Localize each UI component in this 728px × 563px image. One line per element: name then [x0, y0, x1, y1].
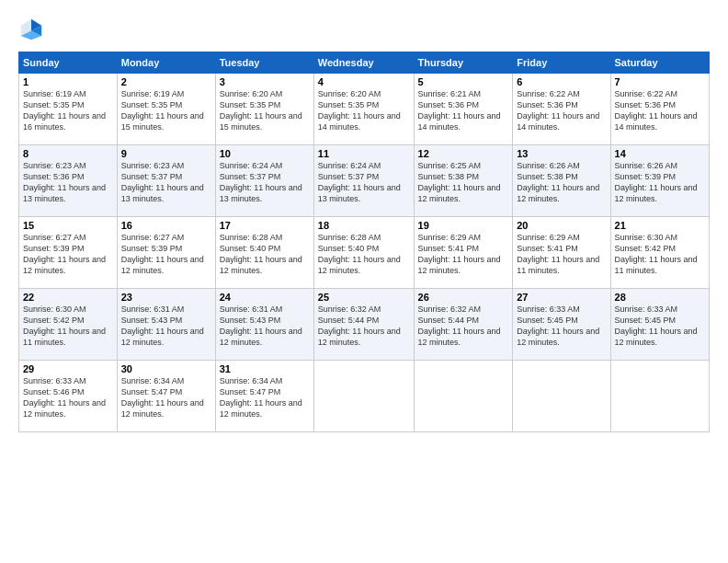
calendar-cell: 24Sunrise: 6:31 AM Sunset: 5:43 PM Dayli… [215, 289, 313, 361]
day-number: 28 [615, 292, 705, 303]
day-info: Sunrise: 6:31 AM Sunset: 5:43 PM Dayligh… [220, 304, 310, 349]
day-info: Sunrise: 6:23 AM Sunset: 5:36 PM Dayligh… [23, 160, 113, 205]
day-info: Sunrise: 6:28 AM Sunset: 5:40 PM Dayligh… [318, 232, 410, 277]
day-number: 24 [220, 292, 310, 303]
day-number: 7 [615, 76, 705, 87]
calendar-cell: 12Sunrise: 6:25 AM Sunset: 5:38 PM Dayli… [414, 145, 513, 217]
day-number: 1 [23, 76, 113, 87]
calendar-cell: 13Sunrise: 6:26 AM Sunset: 5:38 PM Dayli… [513, 145, 610, 217]
day-number: 14 [615, 148, 705, 159]
header [18, 17, 710, 42]
calendar-cell: 15Sunrise: 6:27 AM Sunset: 5:39 PM Dayli… [19, 217, 118, 289]
calendar-week-row: 15Sunrise: 6:27 AM Sunset: 5:39 PM Dayli… [19, 217, 710, 289]
day-info: Sunrise: 6:19 AM Sunset: 5:35 PM Dayligh… [23, 88, 113, 133]
day-number: 2 [121, 76, 211, 87]
day-number: 23 [121, 292, 211, 303]
day-header-wednesday: Wednesday [313, 52, 414, 74]
calendar-cell: 16Sunrise: 6:27 AM Sunset: 5:39 PM Dayli… [117, 217, 215, 289]
day-info: Sunrise: 6:31 AM Sunset: 5:43 PM Dayligh… [121, 304, 211, 349]
day-info: Sunrise: 6:26 AM Sunset: 5:38 PM Dayligh… [517, 160, 606, 205]
day-info: Sunrise: 6:30 AM Sunset: 5:42 PM Dayligh… [615, 232, 705, 277]
day-header-friday: Friday [513, 52, 610, 74]
day-number: 4 [318, 76, 410, 87]
day-info: Sunrise: 6:30 AM Sunset: 5:42 PM Dayligh… [23, 304, 113, 349]
day-info: Sunrise: 6:33 AM Sunset: 5:45 PM Dayligh… [615, 304, 705, 349]
day-number: 12 [418, 148, 509, 159]
day-info: Sunrise: 6:29 AM Sunset: 5:41 PM Dayligh… [517, 232, 606, 277]
page: SundayMondayTuesdayWednesdayThursdayFrid… [0, 0, 728, 563]
day-number: 21 [615, 220, 705, 231]
logo-icon [18, 17, 44, 42]
day-number: 9 [121, 148, 211, 159]
logo [18, 17, 48, 42]
calendar-cell: 9Sunrise: 6:23 AM Sunset: 5:37 PM Daylig… [117, 145, 215, 217]
day-info: Sunrise: 6:34 AM Sunset: 5:47 PM Dayligh… [220, 375, 310, 420]
day-info: Sunrise: 6:20 AM Sunset: 5:35 PM Dayligh… [220, 88, 310, 133]
day-number: 29 [23, 363, 113, 374]
day-info: Sunrise: 6:22 AM Sunset: 5:36 PM Dayligh… [615, 88, 705, 133]
day-number: 26 [418, 292, 509, 303]
calendar-cell: 2Sunrise: 6:19 AM Sunset: 5:35 PM Daylig… [117, 74, 215, 145]
day-number: 13 [517, 148, 606, 159]
calendar-cell: 30Sunrise: 6:34 AM Sunset: 5:47 PM Dayli… [117, 361, 215, 432]
day-info: Sunrise: 6:23 AM Sunset: 5:37 PM Dayligh… [121, 160, 211, 205]
calendar-table: SundayMondayTuesdayWednesdayThursdayFrid… [18, 52, 710, 432]
day-number: 15 [23, 220, 113, 231]
calendar-week-row: 29Sunrise: 6:33 AM Sunset: 5:46 PM Dayli… [19, 361, 710, 432]
calendar-cell: 14Sunrise: 6:26 AM Sunset: 5:39 PM Dayli… [610, 145, 709, 217]
day-number: 16 [121, 220, 211, 231]
day-info: Sunrise: 6:20 AM Sunset: 5:35 PM Dayligh… [318, 88, 410, 133]
calendar-cell: 23Sunrise: 6:31 AM Sunset: 5:43 PM Dayli… [117, 289, 215, 361]
day-number: 3 [220, 76, 310, 87]
calendar-cell: 6Sunrise: 6:22 AM Sunset: 5:36 PM Daylig… [513, 74, 610, 145]
day-header-thursday: Thursday [414, 52, 513, 74]
day-info: Sunrise: 6:27 AM Sunset: 5:39 PM Dayligh… [23, 232, 113, 277]
calendar-cell: 18Sunrise: 6:28 AM Sunset: 5:40 PM Dayli… [313, 217, 414, 289]
day-number: 20 [517, 220, 606, 231]
calendar-cell: 28Sunrise: 6:33 AM Sunset: 5:45 PM Dayli… [610, 289, 709, 361]
day-info: Sunrise: 6:19 AM Sunset: 5:35 PM Dayligh… [121, 88, 211, 133]
calendar-cell: 3Sunrise: 6:20 AM Sunset: 5:35 PM Daylig… [215, 74, 313, 145]
day-number: 11 [318, 148, 410, 159]
day-number: 25 [318, 292, 410, 303]
day-number: 6 [517, 76, 606, 87]
calendar-cell: 31Sunrise: 6:34 AM Sunset: 5:47 PM Dayli… [215, 361, 313, 432]
day-header-sunday: Sunday [19, 52, 118, 74]
calendar-week-row: 1Sunrise: 6:19 AM Sunset: 5:35 PM Daylig… [19, 74, 710, 145]
day-info: Sunrise: 6:21 AM Sunset: 5:36 PM Dayligh… [418, 88, 509, 133]
calendar-header-row: SundayMondayTuesdayWednesdayThursdayFrid… [19, 52, 710, 74]
calendar-cell: 8Sunrise: 6:23 AM Sunset: 5:36 PM Daylig… [19, 145, 118, 217]
day-info: Sunrise: 6:22 AM Sunset: 5:36 PM Dayligh… [517, 88, 606, 133]
calendar-cell [414, 361, 513, 432]
calendar-cell: 17Sunrise: 6:28 AM Sunset: 5:40 PM Dayli… [215, 217, 313, 289]
day-info: Sunrise: 6:26 AM Sunset: 5:39 PM Dayligh… [615, 160, 705, 205]
calendar-week-row: 8Sunrise: 6:23 AM Sunset: 5:36 PM Daylig… [19, 145, 710, 217]
day-number: 8 [23, 148, 113, 159]
calendar-cell: 5Sunrise: 6:21 AM Sunset: 5:36 PM Daylig… [414, 74, 513, 145]
day-info: Sunrise: 6:24 AM Sunset: 5:37 PM Dayligh… [318, 160, 410, 205]
day-info: Sunrise: 6:32 AM Sunset: 5:44 PM Dayligh… [418, 304, 509, 349]
calendar-cell: 25Sunrise: 6:32 AM Sunset: 5:44 PM Dayli… [313, 289, 414, 361]
calendar-week-row: 22Sunrise: 6:30 AM Sunset: 5:42 PM Dayli… [19, 289, 710, 361]
day-number: 18 [318, 220, 410, 231]
calendar-cell: 7Sunrise: 6:22 AM Sunset: 5:36 PM Daylig… [610, 74, 709, 145]
calendar-cell: 4Sunrise: 6:20 AM Sunset: 5:35 PM Daylig… [313, 74, 414, 145]
day-info: Sunrise: 6:33 AM Sunset: 5:46 PM Dayligh… [23, 375, 113, 420]
calendar-cell [610, 361, 709, 432]
day-number: 22 [23, 292, 113, 303]
day-header-tuesday: Tuesday [215, 52, 313, 74]
day-number: 10 [220, 148, 310, 159]
calendar-cell: 10Sunrise: 6:24 AM Sunset: 5:37 PM Dayli… [215, 145, 313, 217]
day-info: Sunrise: 6:33 AM Sunset: 5:45 PM Dayligh… [517, 304, 606, 349]
day-info: Sunrise: 6:32 AM Sunset: 5:44 PM Dayligh… [318, 304, 410, 349]
calendar-cell: 20Sunrise: 6:29 AM Sunset: 5:41 PM Dayli… [513, 217, 610, 289]
day-number: 17 [220, 220, 310, 231]
calendar-cell: 22Sunrise: 6:30 AM Sunset: 5:42 PM Dayli… [19, 289, 118, 361]
day-number: 31 [220, 363, 310, 374]
day-number: 27 [517, 292, 606, 303]
day-header-saturday: Saturday [610, 52, 709, 74]
calendar-cell: 29Sunrise: 6:33 AM Sunset: 5:46 PM Dayli… [19, 361, 118, 432]
calendar-cell [513, 361, 610, 432]
day-info: Sunrise: 6:28 AM Sunset: 5:40 PM Dayligh… [220, 232, 310, 277]
day-header-monday: Monday [117, 52, 215, 74]
